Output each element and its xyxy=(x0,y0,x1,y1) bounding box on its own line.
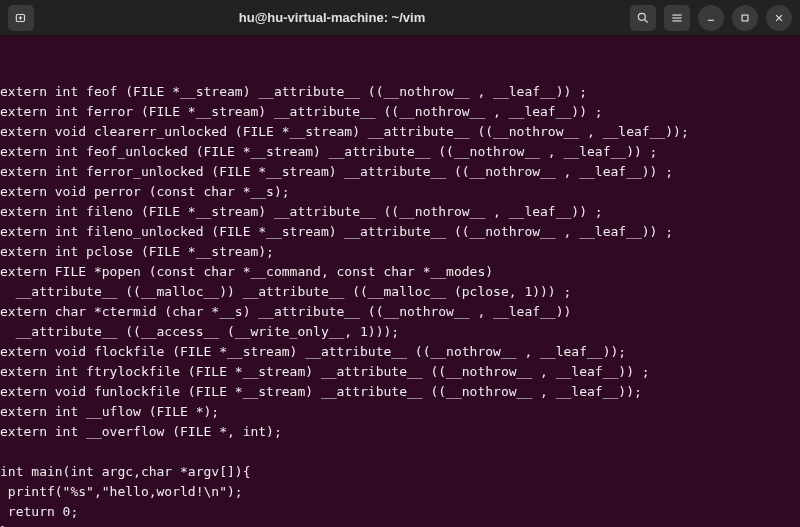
minimize-icon xyxy=(704,11,718,25)
svg-line-4 xyxy=(645,19,648,22)
search-button[interactable] xyxy=(630,5,656,31)
svg-rect-9 xyxy=(742,15,748,21)
terminal-output: extern int feof (FILE *__stream) __attri… xyxy=(0,82,800,527)
window-titlebar: hu@hu-virtual-machine: ~/vim xyxy=(0,0,800,36)
plus-tab-icon xyxy=(14,11,28,25)
svg-point-3 xyxy=(638,13,645,20)
close-button[interactable] xyxy=(766,5,792,31)
terminal-viewport[interactable]: extern int feof (FILE *__stream) __attri… xyxy=(0,36,800,527)
new-tab-button[interactable] xyxy=(8,5,34,31)
hamburger-icon xyxy=(670,11,684,25)
menu-button[interactable] xyxy=(664,5,690,31)
close-icon xyxy=(772,11,786,25)
maximize-button[interactable] xyxy=(732,5,758,31)
minimize-button[interactable] xyxy=(698,5,724,31)
maximize-icon xyxy=(738,11,752,25)
search-icon xyxy=(636,11,650,25)
window-title: hu@hu-virtual-machine: ~/vim xyxy=(42,10,622,25)
